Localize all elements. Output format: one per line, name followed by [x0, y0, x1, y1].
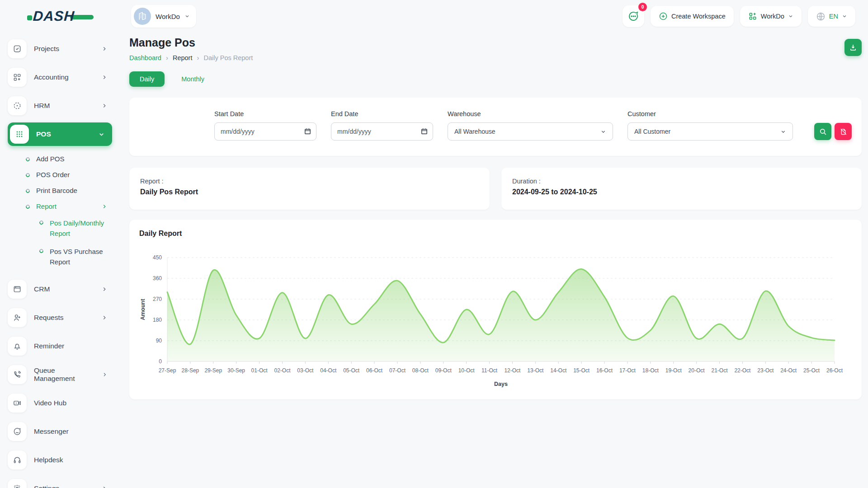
- sidebar-item-projects[interactable]: Projects: [8, 37, 112, 61]
- chevron-down-icon: [600, 129, 606, 135]
- sidebar-item-hrm[interactable]: HRM: [8, 94, 112, 117]
- main-content: Manage Pos Dashboard › Report › Daily Po…: [129, 33, 862, 399]
- svg-text:28-Sep: 28-Sep: [182, 367, 199, 374]
- reset-filter-button[interactable]: [835, 123, 852, 140]
- warehouse-select[interactable]: All Warehouse: [448, 122, 613, 141]
- svg-text:01-Oct: 01-Oct: [251, 367, 268, 374]
- language-selector[interactable]: EN: [808, 6, 855, 27]
- sidebar-item-reminder[interactable]: Reminder: [8, 334, 112, 358]
- chevron-down-icon: [842, 14, 847, 19]
- svg-text:13-Oct: 13-Oct: [527, 367, 544, 374]
- warehouse-label: Warehouse: [448, 110, 613, 117]
- sidebar-item-label: Projects: [34, 45, 59, 53]
- sidebar-item-queue-management[interactable]: Queue Management: [8, 363, 112, 386]
- customer-select[interactable]: All Customer: [627, 122, 793, 141]
- tab-monthly[interactable]: Monthly: [171, 71, 215, 87]
- sidebar-item-label: Requests: [34, 314, 63, 322]
- svg-text:09-Oct: 09-Oct: [435, 367, 452, 374]
- report-value: Daily Pos Report: [140, 188, 479, 196]
- duration-value: 2024-09-25 to 2024-10-25: [512, 188, 851, 196]
- sidebar-item-label: Report: [36, 202, 57, 210]
- download-icon: [849, 43, 857, 52]
- svg-text:17-Oct: 17-Oct: [619, 367, 636, 374]
- sidebar-nav: Projects Accounting HRM POS Add POS POS …: [0, 33, 118, 488]
- messages-badge: 0: [638, 3, 647, 11]
- app-logo: DASH: [27, 8, 131, 24]
- calendar-icon[interactable]: [420, 127, 428, 135]
- sidebar-item-accounting[interactable]: Accounting: [8, 66, 112, 89]
- workdo-menu-button[interactable]: WorkDo: [740, 6, 802, 27]
- bullet-icon: [25, 172, 31, 178]
- messages-button[interactable]: 0: [623, 5, 644, 27]
- svg-text:24-Oct: 24-Oct: [780, 367, 797, 374]
- breadcrumb-dashboard[interactable]: Dashboard: [129, 54, 161, 61]
- start-date-label: Start Date: [214, 110, 316, 117]
- end-date-input[interactable]: [331, 122, 433, 141]
- sidebar-item-requests[interactable]: Requests: [8, 306, 112, 329]
- requests-icon: [8, 308, 27, 327]
- summary-cards: Report : Daily Pos Report Duration : 202…: [129, 168, 862, 210]
- sidebar-item-report[interactable]: Report: [8, 198, 112, 214]
- sidebar-item-helpdesk[interactable]: Helpdesk: [8, 448, 112, 472]
- page-title: Manage Pos: [129, 36, 253, 49]
- svg-text:22-Oct: 22-Oct: [734, 367, 751, 374]
- svg-text:19-Oct: 19-Oct: [665, 367, 682, 374]
- workspace-avatar: [134, 8, 151, 25]
- daily-report-card: Daily Report 09018027036045027-Sep28-Sep…: [129, 220, 862, 399]
- top-header: DASH WorkDo 0 Create Workspace WorkDo EN: [0, 0, 868, 33]
- download-report-button[interactable]: [844, 39, 862, 56]
- svg-text:30-Sep: 30-Sep: [227, 367, 245, 374]
- chevron-down-icon: [780, 129, 786, 135]
- sidebar-item-pos-daily-monthly-report[interactable]: Pos Daily/Monthly Report: [8, 214, 112, 243]
- pos-icon: [10, 125, 29, 144]
- sidebar-item-label: Messenger: [34, 427, 69, 436]
- sidebar-item-print-barcode[interactable]: Print Barcode: [8, 183, 112, 198]
- chevron-right-icon: [101, 314, 108, 321]
- breadcrumb-report[interactable]: Report: [173, 54, 193, 61]
- sidebar-item-settings[interactable]: Settings: [8, 477, 112, 488]
- chat-icon: [628, 11, 639, 22]
- workspace-switcher[interactable]: WorkDo: [131, 5, 196, 28]
- svg-text:12-Oct: 12-Oct: [504, 367, 521, 374]
- file-off-icon: [840, 128, 847, 136]
- sidebar-item-pos[interactable]: POS: [8, 122, 112, 146]
- sidebar-item-messenger[interactable]: Messenger: [8, 420, 112, 443]
- globe-icon: [816, 12, 826, 21]
- headphones-icon: [8, 450, 27, 469]
- svg-text:Days: Days: [494, 381, 508, 387]
- svg-text:18-Oct: 18-Oct: [642, 367, 659, 374]
- svg-text:04-Oct: 04-Oct: [320, 367, 337, 374]
- building-icon: [138, 12, 147, 21]
- svg-text:10-Oct: 10-Oct: [458, 367, 475, 374]
- start-date-input[interactable]: [214, 122, 316, 141]
- sidebar-item-video-hub[interactable]: Video Hub: [8, 391, 112, 415]
- search-button[interactable]: [814, 123, 831, 140]
- reminder-bell-icon: [8, 337, 27, 356]
- sidebar-item-label: Pos Daily/Monthly Report: [50, 218, 112, 239]
- sidebar-item-crm[interactable]: CRM: [8, 277, 112, 301]
- svg-text:360: 360: [153, 275, 162, 282]
- create-workspace-button[interactable]: Create Workspace: [651, 6, 734, 27]
- sidebar-item-pos-order[interactable]: POS Order: [8, 167, 112, 183]
- sidebar-item-label: Add POS: [36, 155, 65, 163]
- svg-text:02-Oct: 02-Oct: [274, 367, 291, 374]
- messenger-icon: [8, 422, 27, 441]
- svg-text:26-Oct: 26-Oct: [826, 367, 843, 374]
- search-icon: [819, 128, 827, 136]
- svg-text:180: 180: [153, 317, 162, 323]
- chevron-right-icon: [101, 74, 108, 80]
- hrm-icon: [8, 96, 27, 115]
- tab-daily[interactable]: Daily: [129, 71, 165, 87]
- bullet-icon: [25, 188, 31, 194]
- sidebar-item-label: HRM: [34, 102, 50, 110]
- end-date-label: End Date: [331, 110, 433, 117]
- svg-text:14-Oct: 14-Oct: [550, 367, 567, 374]
- calendar-icon[interactable]: [304, 127, 311, 135]
- report-summary-card: Report : Daily Pos Report: [129, 168, 490, 210]
- sidebar-item-label: Queue Management: [34, 366, 94, 383]
- sidebar-item-add-pos[interactable]: Add POS: [8, 151, 112, 167]
- grid-plus-icon: [748, 12, 757, 21]
- svg-text:25-Oct: 25-Oct: [803, 367, 820, 374]
- sidebar-item-label: Accounting: [34, 73, 69, 81]
- sidebar-item-pos-vs-purchase-report[interactable]: Pos VS Purchase Report: [8, 243, 112, 271]
